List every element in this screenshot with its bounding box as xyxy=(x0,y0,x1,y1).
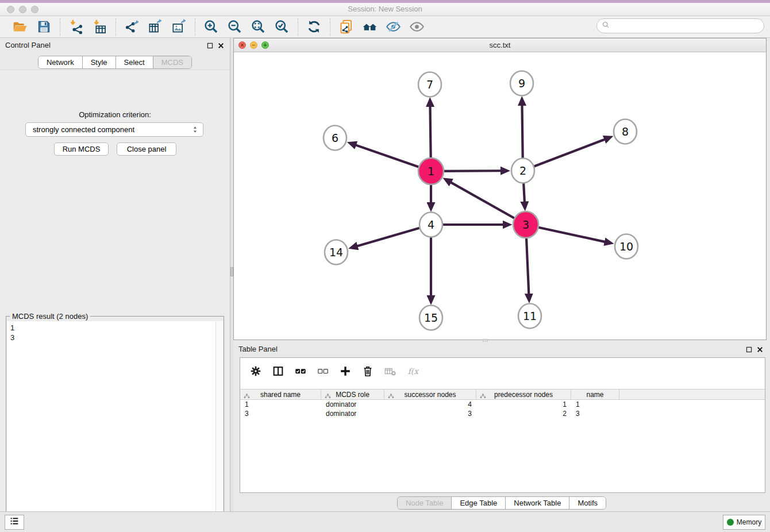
edge-2-8[interactable] xyxy=(523,140,605,171)
run-mcds-button[interactable]: Run MCDS xyxy=(54,142,109,156)
zoom-fit-icon[interactable] xyxy=(251,19,266,34)
graph-node-8[interactable]: 8 xyxy=(614,119,637,144)
toolbar-group xyxy=(5,19,60,34)
column-header-shared-name[interactable]: shared name xyxy=(240,390,321,399)
mcds-result-list: 1 3 xyxy=(10,323,14,342)
graph-node-4[interactable]: 4 xyxy=(419,213,442,237)
control-panel: Control Panel NetworkStyleSelectMCDS Opt… xyxy=(0,38,230,511)
criterion-value: strongly connected component xyxy=(33,125,134,134)
table-cell: 2 xyxy=(476,409,571,418)
graph-node-7[interactable]: 7 xyxy=(418,72,441,97)
column-header-MCDS-role[interactable]: MCDS role xyxy=(321,390,384,399)
save-session-icon[interactable] xyxy=(36,19,52,34)
table-row[interactable]: 3dominator323 xyxy=(240,409,765,418)
memory-label: Memory xyxy=(737,518,761,526)
table-panel-header: Table Panel xyxy=(233,342,770,357)
tab-node-table[interactable]: Node Table xyxy=(398,497,452,509)
result-scrollbar[interactable] xyxy=(215,321,223,532)
close-table-panel-icon[interactable] xyxy=(756,345,764,353)
zoom-selected-icon[interactable] xyxy=(274,19,290,34)
mac-titlebar: Session: New Session xyxy=(0,3,770,16)
settings-icon[interactable] xyxy=(249,365,262,377)
zoom-out-icon[interactable] xyxy=(227,19,242,34)
search-box[interactable] xyxy=(596,18,764,33)
show-all-icon[interactable] xyxy=(409,19,425,34)
select-all-icon[interactable] xyxy=(294,365,307,377)
toolbar-group xyxy=(60,19,116,34)
first-neighbors-icon[interactable] xyxy=(362,19,378,34)
close-panel-button[interactable]: Close panel xyxy=(117,142,176,156)
float-table-panel-icon[interactable] xyxy=(745,345,753,353)
add-row-icon[interactable] xyxy=(339,365,352,377)
graph-node-15[interactable]: 15 xyxy=(419,306,442,330)
tab-motifs[interactable]: Motifs xyxy=(569,497,606,509)
table-cell: 1 xyxy=(476,400,571,409)
svg-text:f(x): f(x) xyxy=(408,367,419,376)
network-window-title: scc.txt xyxy=(234,41,766,49)
export-network-icon[interactable] xyxy=(124,19,140,34)
search-input[interactable] xyxy=(610,22,764,30)
export-table-icon[interactable] xyxy=(148,19,163,34)
task-history-button[interactable] xyxy=(5,515,24,530)
column-header-name[interactable]: name xyxy=(571,390,619,399)
network-window-titlebar[interactable]: × − + scc.txt xyxy=(234,38,766,52)
network-view-window: × − + scc.txt 7968124314101511 xyxy=(233,38,767,340)
column-label: predecessor nodes xyxy=(494,391,553,399)
mcds-result-area[interactable]: 1 3 xyxy=(7,321,223,532)
svg-text:1: 1 xyxy=(428,165,434,178)
graph-node-9[interactable]: 9 xyxy=(510,71,533,96)
hierarchy-icon xyxy=(325,392,331,398)
graph-node-11[interactable]: 11 xyxy=(518,304,541,329)
mcds-tab-content: Optimization criterion: strongly connect… xyxy=(0,70,230,511)
table-tab-group: Node TableEdge TableNetwork TableMotifs xyxy=(397,496,606,510)
import-network-icon[interactable] xyxy=(68,19,84,34)
deselect-all-icon[interactable] xyxy=(317,365,329,377)
open-file-icon[interactable] xyxy=(13,19,28,34)
hierarchy-icon xyxy=(480,392,486,398)
table-panel: Table Panel f(x) shared nameMCDS rolesuc… xyxy=(233,342,770,511)
tab-network-table[interactable]: Network Table xyxy=(506,497,569,509)
tab-edge-table[interactable]: Edge Table xyxy=(452,497,506,509)
hide-selected-icon[interactable] xyxy=(386,19,401,34)
export-image-icon[interactable] xyxy=(171,19,187,34)
list-icon xyxy=(9,516,20,529)
graph-node-10[interactable]: 10 xyxy=(615,234,638,259)
control-panel-tabs: NetworkStyleSelectMCDS xyxy=(0,56,230,69)
columns-icon[interactable] xyxy=(272,365,284,377)
graph-node-3[interactable]: 3 xyxy=(513,211,538,238)
column-label: successor nodes xyxy=(404,391,456,399)
tab-style[interactable]: Style xyxy=(83,56,116,68)
apply-layout-icon[interactable] xyxy=(306,19,322,34)
memory-button[interactable]: Memory xyxy=(723,515,765,530)
network-canvas[interactable]: 7968124314101511 xyxy=(234,52,766,340)
toolbar-group xyxy=(116,19,195,34)
graph-node-6[interactable]: 6 xyxy=(324,126,346,151)
clear-table-icon xyxy=(384,365,396,377)
criterion-select[interactable]: strongly connected component xyxy=(25,122,203,137)
svg-text:4: 4 xyxy=(428,218,434,231)
table-row[interactable]: 1dominator411 xyxy=(240,400,765,409)
table-cell: 1 xyxy=(240,400,321,409)
tab-mcds[interactable]: MCDS xyxy=(153,56,191,68)
zoom-in-icon[interactable] xyxy=(203,19,219,34)
import-table-icon[interactable] xyxy=(92,19,107,34)
tab-select[interactable]: Select xyxy=(116,56,153,68)
column-header-predecessor-nodes[interactable]: predecessor nodes xyxy=(476,390,571,399)
graph-node-1[interactable]: 1 xyxy=(418,158,444,184)
table-cell: 3 xyxy=(240,409,321,418)
table-cell: 4 xyxy=(384,400,476,409)
close-panel-icon[interactable] xyxy=(217,41,225,49)
toolbar-group xyxy=(330,19,433,34)
mcds-result-group: MCDS result (2 nodes) 1 3 xyxy=(6,316,224,532)
table-cell: 1 xyxy=(571,400,619,409)
delete-row-icon[interactable] xyxy=(361,365,374,377)
graph-node-14[interactable]: 14 xyxy=(325,240,348,265)
float-panel-icon[interactable] xyxy=(206,41,214,49)
table-toolbar: f(x) xyxy=(240,358,765,384)
graph-node-2[interactable]: 2 xyxy=(511,159,534,183)
column-header-successor-nodes[interactable]: successor nodes xyxy=(384,390,476,399)
table-cell: dominator xyxy=(321,409,384,418)
svg-text:15: 15 xyxy=(424,311,438,324)
clone-network-icon[interactable] xyxy=(338,19,354,34)
tab-network[interactable]: Network xyxy=(38,56,83,68)
